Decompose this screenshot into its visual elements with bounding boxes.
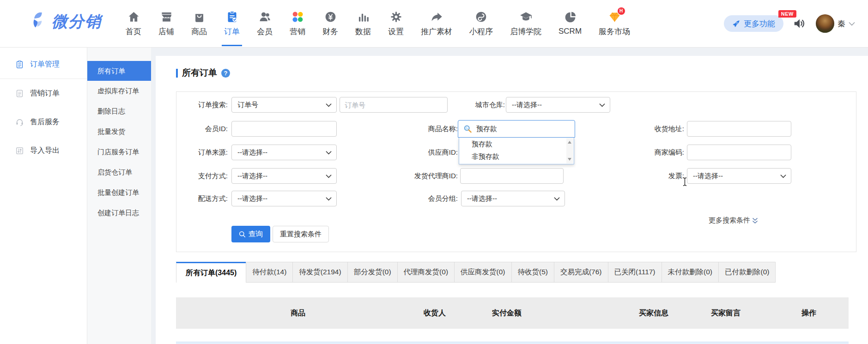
tab-paid-deleted[interactable]: 已付款删除(0)	[718, 262, 776, 283]
sidebar-item-marketing-orders[interactable]: 营销订单	[0, 79, 87, 108]
nav-item-service-market[interactable]: H 服务市场	[592, 0, 637, 47]
nav-item-marketing[interactable]: 营销	[283, 0, 312, 47]
nav-item-products[interactable]: 商品	[185, 0, 213, 47]
dropdown-option[interactable]: 预存款	[459, 138, 574, 150]
submenu-item-all-orders[interactable]: 所有订单	[87, 61, 151, 81]
scroll-up-arrow[interactable]	[568, 141, 571, 144]
pay-method-label: 支付方式:	[176, 168, 228, 184]
chevron-down-icon	[599, 103, 605, 107]
tab-unpaid-deleted[interactable]: 未付款删除(0)	[662, 262, 719, 283]
nav-item-promo-material[interactable]: 推广素材	[414, 0, 459, 47]
more-features-button[interactable]: 更多功能 NEW	[724, 15, 783, 32]
nav-item-shop[interactable]: 店铺	[152, 0, 181, 47]
ship-agent-id-label: 发货代理商ID:	[370, 168, 458, 184]
nav-item-finance[interactable]: 财务	[316, 0, 345, 47]
submenu-item-store-service-orders[interactable]: 门店服务订单	[87, 142, 151, 162]
chevron-down-icon	[554, 197, 560, 201]
submenu-item-delete-log[interactable]: 删除日志	[87, 101, 151, 121]
order-search-panel: 订单搜索: 订单号 城市仓库: --请选择-- 会员ID: 商品名称: 预存款 …	[176, 91, 856, 252]
magnifier-icon	[463, 124, 472, 133]
app-window: 微分销 首页 店铺 商品 订单 会员	[0, 0, 868, 344]
chevron-down-icon	[326, 151, 332, 155]
submenu-item-batch-shipping[interactable]: 批量发货	[87, 121, 151, 142]
dropdown-scrollbar[interactable]	[566, 138, 573, 163]
submenu-item-batch-create-orders[interactable]: 批量创建订单	[87, 182, 151, 203]
product-name-dropdown: 预存款 非预存款	[459, 138, 574, 164]
query-button[interactable]: 查询	[231, 226, 270, 242]
tab-completed[interactable]: 交易完成(76)	[554, 262, 608, 283]
reset-search-button[interactable]: 重置搜索条件	[273, 226, 329, 242]
member-id-input[interactable]	[231, 121, 337, 137]
nav-item-settings[interactable]: 设置	[382, 0, 410, 47]
more-features-label: 更多功能	[744, 18, 775, 29]
headset-icon	[15, 118, 24, 127]
gem-icon: H	[608, 11, 621, 23]
topbar-right-cluster: 更多功能 NEW 秦	[724, 0, 855, 47]
user-menu[interactable]: 秦	[816, 14, 855, 33]
chevron-down-icon	[849, 22, 855, 26]
order-source-select[interactable]: --请选择--	[231, 145, 337, 160]
nav-item-home[interactable]: 首页	[119, 0, 148, 47]
import-export-icon	[15, 146, 24, 155]
username: 秦	[838, 18, 845, 29]
receiver-address-input[interactable]	[687, 121, 791, 137]
city-warehouse-select[interactable]: --请选择--	[506, 97, 610, 113]
pay-method-select[interactable]: --请选择--	[231, 168, 337, 184]
supplier-id-label: 供应商ID:	[370, 145, 458, 160]
order-table-header: 商品 收货人 实付金额 买家信息 买家留言 操作	[176, 297, 849, 329]
order-no-input[interactable]	[340, 97, 448, 113]
product-name-label: 商品名称:	[370, 121, 458, 137]
text-cursor	[682, 177, 688, 188]
logo-icon	[30, 12, 48, 32]
tab-agent-shipment[interactable]: 代理商发货(0)	[397, 262, 455, 283]
product-name-combobox[interactable]: 预存款	[458, 120, 575, 138]
brand-logo[interactable]: 微分销	[30, 11, 102, 32]
submenu-item-virtual-stock-orders[interactable]: 虚拟库存订单	[87, 81, 151, 101]
announcement-speaker-icon[interactable]	[793, 17, 807, 30]
order-source-label: 订单来源:	[176, 145, 228, 160]
chevron-down-icon	[326, 197, 332, 201]
nav-item-academy[interactable]: 启博学院	[504, 0, 548, 47]
order-search-type-select[interactable]: 订单号	[231, 97, 337, 113]
nav-item-members[interactable]: 会员	[250, 0, 279, 47]
avatar	[816, 14, 834, 33]
bar-chart-icon	[357, 11, 370, 23]
finance-yuan-icon	[324, 11, 337, 23]
sidebar-item-after-sales[interactable]: 售后服务	[0, 108, 87, 136]
merchant-code-input[interactable]	[687, 145, 791, 160]
member-group-select[interactable]: --请选择--	[461, 191, 565, 206]
tab-pending-receipt[interactable]: 待收货(5)	[511, 262, 554, 283]
col-actions: 操作	[801, 297, 816, 329]
sidebar-item-order-management[interactable]: 订单管理	[0, 50, 87, 79]
pie-chart-icon	[564, 11, 577, 24]
delivery-method-select[interactable]: --请选择--	[231, 191, 337, 206]
order-search-label: 订单搜索:	[176, 97, 228, 113]
tab-pending-payment[interactable]: 待付款(14)	[246, 262, 293, 283]
nav-item-scrm[interactable]: SCRM	[552, 0, 588, 47]
tab-supplier-shipment[interactable]: 供应商发货(0)	[454, 262, 511, 283]
submenu-item-create-order-log[interactable]: 创建订单日志	[87, 203, 151, 223]
logo-text: 微分销	[52, 11, 102, 32]
col-paid-amount: 实付金额	[492, 297, 522, 329]
tab-all-orders[interactable]: 所有订单(3445)	[176, 262, 246, 283]
more-search-conditions-link[interactable]: 更多搜索条件	[709, 216, 758, 225]
nav-item-mini-program[interactable]: 小程序	[463, 0, 499, 47]
tab-pending-shipment[interactable]: 待发货(2194)	[292, 262, 347, 283]
invoice-select[interactable]: --请选择--	[687, 168, 791, 184]
help-icon[interactable]: ?	[221, 69, 230, 78]
page-title: 所有订单 ?	[176, 67, 230, 78]
receiver-address-label: 收货地址:	[601, 121, 684, 137]
dropdown-option[interactable]: 非预存款	[459, 150, 574, 163]
sidebar: 订单管理 营销订单 售后服务 导入导出	[0, 48, 87, 344]
nav-item-orders[interactable]: 订单	[218, 0, 246, 47]
order-clipboard-icon	[226, 11, 238, 23]
new-badge: NEW	[778, 10, 796, 18]
scroll-down-arrow[interactable]	[568, 158, 571, 161]
tab-partial-shipment[interactable]: 部分发货(0)	[347, 262, 398, 283]
title-accent-bar	[176, 69, 178, 78]
sidebar-item-import-export[interactable]: 导入导出	[0, 136, 87, 165]
submenu-item-qibo-warehouse-orders[interactable]: 启货仓订单	[87, 162, 151, 182]
tab-closed[interactable]: 已关闭(1117)	[608, 262, 662, 283]
ship-agent-id-input[interactable]	[460, 168, 564, 184]
nav-item-data[interactable]: 数据	[349, 0, 377, 47]
